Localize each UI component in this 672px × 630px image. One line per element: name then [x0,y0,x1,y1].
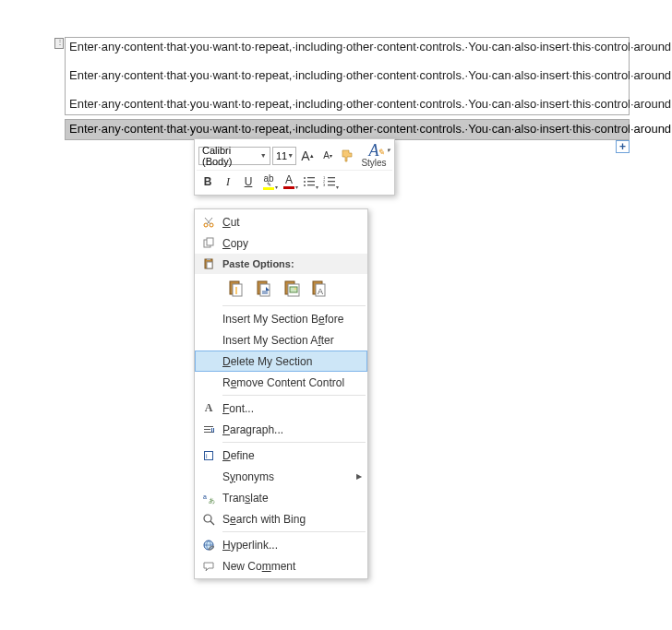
scissors-icon [198,216,219,229]
numbering-button[interactable]: 123 ▾ [320,172,339,191]
translate-menuitem[interactable]: aあ Translate [195,487,367,508]
menu-separator [222,305,366,306]
chevron-down-icon[interactable]: ▼ [260,152,268,159]
copy-icon [198,237,219,250]
svg-rect-17 [207,238,213,245]
paste-text-only-button[interactable]: A [309,278,331,300]
bold-button[interactable]: B [198,172,217,191]
svg-rect-35 [211,428,212,433]
svg-text:3: 3 [323,183,326,187]
font-name-value: Calibri (Body) [202,145,260,167]
font-menuitem[interactable]: A Font... [195,398,367,419]
svg-point-28 [294,288,296,290]
format-painter-button[interactable] [339,147,355,165]
svg-rect-9 [328,181,335,182]
paragraph-text[interactable]: Enter·any·content·that·you·want·to·repea… [69,40,625,55]
content-control-handle-icon[interactable] [54,38,64,49]
svg-point-0 [304,177,306,179]
translate-icon: aあ [198,492,219,505]
svg-rect-1 [307,177,315,178]
define-menuitem[interactable]: i Define [195,445,367,466]
font-name-combo[interactable]: Calibri (Body) ▼ [198,147,270,165]
remove-content-control-menuitem[interactable]: Remove Content Control [195,372,367,393]
menu-separator [222,531,366,532]
paste-options-header: Paste Options: [195,254,367,274]
shrink-font-button[interactable]: A▾ [318,147,337,165]
svg-line-43 [210,521,214,525]
paragraph-menuitem[interactable]: Paragraph... [195,419,367,440]
menu-separator [222,395,366,396]
context-menu: Cut Copy Paste Options: A Insert My Sect… [194,208,368,579]
font-icon: A [198,401,219,415]
insert-after-menuitem[interactable]: Insert My Section After [195,329,367,351]
svg-text:あ: あ [209,497,215,505]
svg-rect-11 [328,184,335,185]
document-body: Enter·any·content·that·you·want·to·repea… [65,37,630,140]
font-color-button[interactable]: A ▾ [280,172,298,191]
styles-button[interactable]: A✎▾ Styles [357,143,390,168]
search-bing-menuitem[interactable]: Search with Bing [195,508,367,529]
search-icon [198,513,219,526]
svg-rect-32 [204,426,213,427]
paragraph-text-selected[interactable]: Enter·any·content·that·you·want·to·repea… [66,120,629,139]
svg-rect-27 [290,287,297,292]
svg-point-42 [204,515,211,522]
svg-rect-19 [207,258,210,260]
paste-merge-button[interactable] [254,278,276,300]
brush-icon: ✎ [378,145,385,160]
add-section-button[interactable]: + [616,140,630,153]
svg-rect-33 [204,429,210,430]
link-icon [198,539,219,552]
new-comment-menuitem[interactable]: New Comment [195,555,367,577]
chevron-right-icon: ▶ [353,472,362,481]
svg-rect-7 [328,177,335,178]
insert-before-menuitem[interactable]: Insert My Section Before [195,308,367,329]
paste-picture-button[interactable] [282,278,304,300]
paste-options-row: A [195,274,367,303]
paragraph-text[interactable]: Enter·any·content·that·you·want·to·repea… [69,68,625,84]
selected-content-control[interactable]: Enter·any·content·that·you·want·to·repea… [65,119,630,140]
svg-rect-5 [307,184,315,185]
cut-menuitem[interactable]: Cut [195,211,367,232]
menu-separator [222,442,366,443]
bullets-button[interactable]: ▾ [300,172,318,191]
highlight-button[interactable]: ab ✎ ▾ [259,172,278,191]
mini-toolbar: Calibri (Body) ▼ 11 ▼ A▴ A▾ A✎▾ Styles B… [194,138,395,196]
svg-rect-36 [213,428,214,433]
clipboard-icon [198,257,219,270]
paragraph-text[interactable]: Enter·any·content·that·you·want·to·repea… [69,97,625,113]
svg-text:A: A [318,287,323,296]
svg-point-4 [304,184,306,186]
copy-menuitem[interactable]: Copy [195,232,367,254]
synonyms-menuitem[interactable]: Synonyms ▶ [195,466,367,487]
svg-text:a: a [203,493,207,500]
paragraph-icon [198,423,219,436]
italic-button[interactable]: I [219,172,237,191]
svg-point-2 [304,181,306,183]
define-icon: i [198,449,219,462]
grow-font-button[interactable]: A▴ [298,147,317,165]
comment-icon [198,560,219,573]
delete-section-menuitem[interactable]: Delete My Section [195,351,367,372]
content-control-block[interactable]: Enter·any·content·that·you·want·to·repea… [65,37,630,115]
hyperlink-menuitem[interactable]: Hyperlink... [195,534,367,555]
svg-rect-3 [307,181,315,182]
paste-keep-source-button[interactable] [226,278,248,300]
font-size-combo[interactable]: 11 ▼ [272,147,296,165]
font-size-value: 11 [276,150,287,161]
svg-rect-20 [207,262,212,268]
chevron-down-icon[interactable]: ▼ [287,152,294,159]
paste-options-label: Paste Options: [219,258,362,269]
underline-button[interactable]: U [239,172,258,191]
